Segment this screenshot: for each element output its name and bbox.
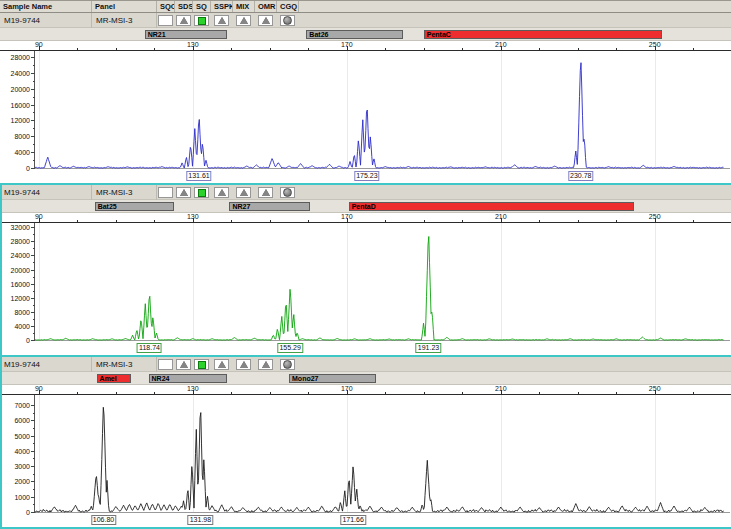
- y-tick-label: 5000: [2, 433, 30, 440]
- y-tick-label: 4000: [2, 448, 30, 455]
- x-tick-mark: [154, 392, 155, 394]
- marker-bar[interactable]: Amel: [97, 374, 132, 383]
- flag-cell-omr[interactable]: [258, 15, 273, 26]
- flag-cell-cgq[interactable]: [280, 15, 295, 26]
- peak-size-label[interactable]: 191.23: [416, 343, 441, 353]
- x-tick-mark: [270, 392, 271, 394]
- x-tick-mark: [616, 220, 617, 222]
- x-tick-mark: [655, 46, 656, 50]
- pass-square-icon: [198, 189, 206, 197]
- flag-cell-cgq[interactable]: [280, 187, 295, 198]
- x-axis-ruler: 90130170210250: [0, 41, 731, 51]
- peak-size-label[interactable]: 175.23: [354, 171, 379, 181]
- peak-size-label[interactable]: 118.74: [137, 343, 162, 353]
- peak-size-label[interactable]: 171.66: [340, 515, 365, 525]
- flag-cell-omr[interactable]: [258, 187, 273, 198]
- flag-cell-sds[interactable]: [176, 187, 191, 198]
- flag-cell-sspk[interactable]: [214, 187, 229, 198]
- warning-triangle-icon: [240, 17, 248, 24]
- sample-plot-block[interactable]: M19-9744MR-MSI-3NR21Bat26PentaC901301702…: [0, 13, 731, 183]
- marker-bar[interactable]: Bat25: [95, 202, 174, 211]
- peak-size-label[interactable]: 155.29: [277, 343, 302, 353]
- x-tick-mark: [501, 390, 502, 394]
- flag-cell-omr[interactable]: [258, 359, 273, 370]
- y-tick-label: 8000: [2, 133, 30, 140]
- flag-cell-sq[interactable]: [194, 187, 209, 198]
- x-tick-mark: [116, 48, 117, 50]
- x-tick-mark: [39, 390, 40, 394]
- sample-plot-window: Sample Name Panel SQO SDS SQ SSPK MIX OM…: [0, 0, 731, 529]
- x-tick-mark: [539, 392, 540, 394]
- x-tick-mark: [270, 48, 271, 50]
- y-tick-label: 24000: [2, 70, 30, 77]
- flag-cell-cgq[interactable]: [280, 359, 295, 370]
- marker-row: NR21Bat26PentaC: [0, 28, 731, 41]
- marker-bar[interactable]: PentaC: [424, 30, 663, 39]
- plot-area[interactable]: 0400080001200016000200002400028000131.61…: [0, 51, 731, 183]
- x-tick-mark: [462, 48, 463, 50]
- peak-size-label[interactable]: 131.98: [188, 515, 213, 525]
- sample-row[interactable]: M19-9744MR-MSI-3: [0, 357, 731, 372]
- y-tick-label: 0: [2, 337, 30, 344]
- x-tick-mark: [193, 218, 194, 222]
- x-tick-mark: [385, 48, 386, 50]
- marker-bar[interactable]: Bat26: [306, 30, 402, 39]
- flag-cell-sqo[interactable]: [158, 15, 173, 26]
- peak-size-label[interactable]: 106.80: [91, 515, 116, 525]
- marker-bar[interactable]: NR24: [149, 374, 228, 383]
- flag-cell-mix[interactable]: [236, 359, 251, 370]
- column-header-sq: SQ: [193, 1, 211, 12]
- y-tick-label: 20000: [2, 267, 30, 274]
- pass-square-icon: [198, 17, 206, 25]
- x-tick-mark: [693, 220, 694, 222]
- warning-triangle-icon: [240, 361, 248, 368]
- x-tick-mark: [539, 220, 540, 222]
- flag-cell-mix[interactable]: [236, 187, 251, 198]
- x-tick-mark: [501, 218, 502, 222]
- marker-bar[interactable]: Mono27: [289, 374, 376, 383]
- x-tick-mark: [231, 392, 232, 394]
- marker-row: Bat25NR27PentaD: [0, 200, 731, 213]
- electropherogram-trace: [35, 223, 724, 341]
- flag-cell-sq[interactable]: [194, 15, 209, 26]
- sample-row[interactable]: M19-9744MR-MSI-3: [0, 13, 731, 28]
- flag-cell-sds[interactable]: [176, 359, 191, 370]
- flag-cell-sq[interactable]: [194, 359, 209, 370]
- warning-triangle-icon: [180, 361, 188, 368]
- x-tick-mark: [347, 390, 348, 394]
- electropherogram-trace: [35, 395, 724, 513]
- warning-triangle-icon: [218, 17, 226, 24]
- marker-bar[interactable]: PentaD: [349, 202, 634, 211]
- marker-bar[interactable]: NR27: [229, 202, 310, 211]
- plot-area[interactable]: 0400080001200016000200002400028000320001…: [0, 223, 731, 355]
- flag-cell-mix[interactable]: [236, 15, 251, 26]
- x-tick-mark: [578, 392, 579, 394]
- x-tick-mark: [231, 48, 232, 50]
- flag-cell-sds[interactable]: [176, 15, 191, 26]
- flag-cell-sspk[interactable]: [214, 15, 229, 26]
- x-tick-mark: [193, 46, 194, 50]
- quality-circle-icon: [283, 188, 292, 197]
- x-tick-mark: [424, 220, 425, 222]
- peak-size-label[interactable]: 230.78: [568, 171, 593, 181]
- column-header-cgq: CGQ: [277, 1, 299, 12]
- flag-cell-sqo[interactable]: [158, 187, 173, 198]
- y-tick-label: 32000: [2, 224, 30, 231]
- y-tick-label: 8000: [2, 309, 30, 316]
- sample-row[interactable]: M19-9744MR-MSI-3: [0, 185, 731, 200]
- x-axis-ruler: 90130170210250: [0, 213, 731, 223]
- x-tick-mark: [462, 392, 463, 394]
- x-tick-mark: [385, 392, 386, 394]
- sample-plot-block[interactable]: M19-9744MR-MSI-3AmelNR24Mono279013017021…: [0, 355, 731, 529]
- plot-area[interactable]: 01000200030004000500060007000106.80131.9…: [0, 395, 731, 527]
- x-tick-mark: [77, 392, 78, 394]
- peak-size-label[interactable]: 131.61: [186, 171, 211, 181]
- y-tick-label: 4000: [2, 323, 30, 330]
- y-tick-label: 3000: [2, 463, 30, 470]
- sample-plot-block[interactable]: M19-9744MR-MSI-3Bat25NR27PentaD901301702…: [0, 183, 731, 355]
- flag-cell-sqo[interactable]: [158, 359, 173, 370]
- sample-name: M19-9744: [0, 13, 92, 28]
- flag-cell-sspk[interactable]: [214, 359, 229, 370]
- marker-bar[interactable]: NR21: [145, 30, 228, 39]
- x-tick-mark: [116, 392, 117, 394]
